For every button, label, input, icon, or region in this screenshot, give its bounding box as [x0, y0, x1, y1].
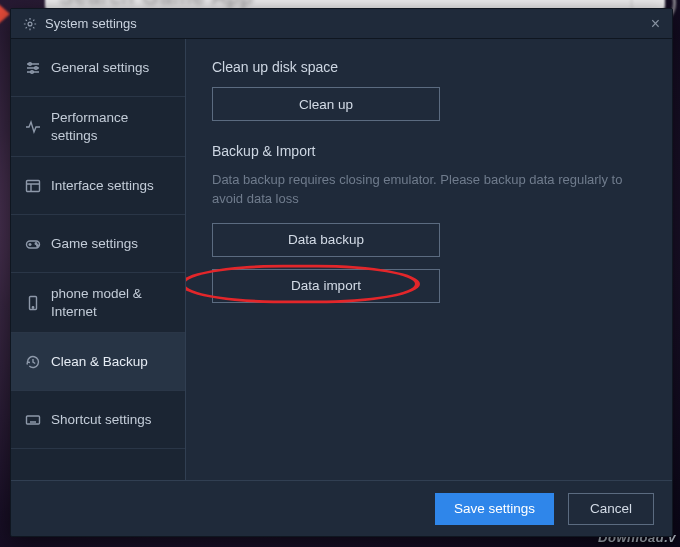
titlebar-left: System settings: [23, 16, 137, 31]
svg-point-6: [35, 242, 37, 244]
cleanup-title: Clean up disk space: [212, 59, 646, 75]
settings-modal: System settings × General settings Perfo…: [10, 8, 673, 537]
history-icon: [25, 354, 41, 370]
svg-point-9: [32, 306, 33, 307]
sidebar-item-label: Shortcut settings: [51, 411, 171, 429]
sidebar-item-performance[interactable]: Performance settings: [11, 97, 185, 157]
background-triangle-icon: [0, 2, 10, 26]
cancel-button[interactable]: Cancel: [568, 493, 654, 525]
sidebar: General settings Performance settings In…: [11, 39, 186, 480]
svg-point-0: [28, 22, 32, 26]
sidebar-item-interface[interactable]: Interface settings: [11, 157, 185, 215]
titlebar: System settings ×: [11, 9, 672, 39]
layout-icon: [25, 178, 41, 194]
activity-icon: [25, 119, 41, 135]
cleanup-button[interactable]: Clean up: [212, 87, 440, 121]
modal-body: General settings Performance settings In…: [11, 39, 672, 480]
data-import-button[interactable]: Data import: [212, 269, 440, 303]
sidebar-item-game[interactable]: Game settings: [11, 215, 185, 273]
svg-point-7: [37, 244, 39, 246]
backup-description: Data backup requires closing emulator. P…: [212, 171, 646, 209]
sidebar-item-shortcut[interactable]: Shortcut settings: [11, 391, 185, 449]
svg-rect-10: [27, 416, 40, 424]
data-backup-button[interactable]: Data backup: [212, 223, 440, 257]
modal-title: System settings: [45, 16, 137, 31]
svg-rect-4: [27, 180, 40, 191]
close-icon[interactable]: ×: [651, 15, 660, 33]
sidebar-item-label: Clean & Backup: [51, 353, 171, 371]
sidebar-item-label: General settings: [51, 59, 171, 77]
sidebar-item-label: Game settings: [51, 235, 171, 253]
keyboard-icon: [25, 412, 41, 428]
phone-icon: [25, 295, 41, 311]
sidebar-item-general[interactable]: General settings: [11, 39, 185, 97]
backup-title: Backup & Import: [212, 143, 646, 159]
sidebar-item-clean-backup[interactable]: Clean & Backup: [11, 333, 185, 391]
content-pane: Clean up disk space Clean up Backup & Im…: [186, 39, 672, 480]
sidebar-item-phone[interactable]: phone model & Internet: [11, 273, 185, 333]
gear-icon: [23, 17, 37, 31]
sliders-icon: [25, 60, 41, 76]
sidebar-item-label: Interface settings: [51, 177, 171, 195]
save-button[interactable]: Save settings: [435, 493, 554, 525]
modal-footer: Save settings Cancel: [11, 480, 672, 536]
sidebar-item-label: phone model & Internet: [51, 285, 171, 320]
gamepad-icon: [25, 236, 41, 252]
sidebar-item-label: Performance settings: [51, 109, 171, 144]
